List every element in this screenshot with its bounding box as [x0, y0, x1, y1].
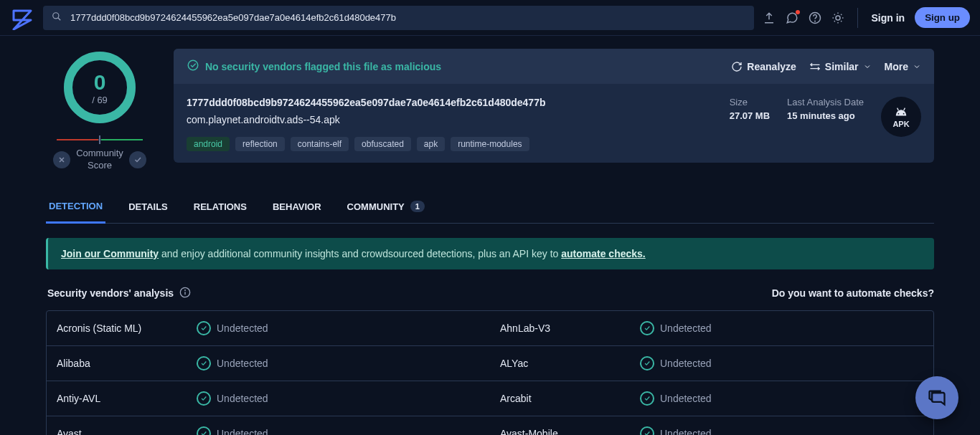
theme-icon[interactable] — [831, 11, 844, 24]
shield-check-icon — [187, 59, 199, 74]
tab-relations[interactable]: RELATIONS — [191, 193, 250, 222]
vendor-name: Antiy-AVL — [57, 393, 197, 404]
svg-point-8 — [898, 113, 900, 115]
community-bar — [57, 139, 143, 140]
vendor-cell: ArcabitUndetected — [490, 381, 933, 416]
vendor-status: Undetected — [660, 358, 923, 369]
tab-community[interactable]: COMMUNITY1 — [344, 192, 428, 222]
panel-header: No security vendors flagged this file as… — [174, 49, 934, 84]
vendor-row: AvastUndetectedAvast-MobileUndetected — [47, 416, 933, 435]
tag[interactable]: obfuscated — [354, 137, 411, 151]
undetected-icon — [640, 426, 654, 435]
vote-up-icon[interactable] — [129, 151, 146, 168]
vendor-cell: Acronis (Static ML)Undetected — [47, 311, 490, 345]
chevron-down-icon — [913, 62, 921, 71]
vendor-status: Undetected — [660, 428, 923, 435]
svg-point-7 — [188, 60, 198, 70]
panel-actions: Reanalyze Similar More — [731, 61, 921, 72]
filetype-badge: APK — [881, 97, 921, 137]
undetected-icon — [640, 356, 654, 371]
vendor-cell: AhnLab-V3Undetected — [490, 311, 933, 345]
vendor-status: Undetected — [217, 322, 480, 334]
search-icon — [52, 11, 62, 24]
nav-icons: Sign in Sign up — [763, 7, 970, 28]
svg-point-9 — [903, 113, 905, 115]
vendor-cell: AvastUndetected — [47, 416, 490, 435]
vendor-name: Acronis (Static ML) — [57, 322, 197, 334]
vote-down-icon[interactable] — [53, 151, 70, 168]
similar-button[interactable]: Similar — [809, 61, 872, 72]
vendor-name: Arcabit — [500, 393, 640, 404]
undetected-icon — [640, 321, 654, 335]
info-icon[interactable] — [179, 287, 191, 300]
join-community-link[interactable]: Join our Community — [61, 248, 159, 259]
section-title: Security vendors' analysis — [47, 287, 174, 299]
tab-detection[interactable]: DETECTION — [46, 192, 105, 224]
vendor-status: Undetected — [217, 428, 480, 435]
tag[interactable]: reflection — [235, 137, 285, 151]
undetected-icon — [197, 426, 211, 435]
tag[interactable]: contains-elf — [291, 137, 349, 151]
search-input[interactable] — [69, 11, 745, 24]
score-value: 0 — [94, 70, 106, 95]
undetected-icon — [197, 356, 211, 371]
upload-icon[interactable] — [763, 11, 776, 24]
community-score-row: Community Score — [53, 148, 146, 172]
vendor-cell: Avast-MobileUndetected — [490, 416, 933, 435]
community-score-label: Community Score — [76, 148, 123, 172]
tag[interactable]: android — [187, 137, 230, 151]
score-ring: 0 / 69 — [61, 49, 138, 126]
file-hash: 1777ddd0f08bcd9b9724624455962ea5e097dae7… — [187, 97, 712, 108]
svg-point-3 — [815, 21, 816, 21]
tag[interactable]: apk — [417, 137, 445, 151]
tabs: DETECTIONDETAILSRELATIONSBEHAVIORCOMMUNI… — [46, 192, 934, 224]
vendor-status: Undetected — [217, 358, 480, 369]
svg-line-11 — [904, 108, 905, 111]
section-header: Security vendors' analysis Do you want t… — [47, 287, 934, 300]
summary-panel: No security vendors flagged this file as… — [174, 49, 934, 163]
svg-line-10 — [897, 108, 899, 111]
meta-size: Size 27.07 MB — [730, 97, 770, 121]
badge-count: 1 — [410, 201, 425, 212]
vendor-table: Acronis (Static ML)UndetectedAhnLab-V3Un… — [46, 310, 934, 435]
vendor-name: Avast-Mobile — [500, 428, 640, 435]
vendor-status: Undetected — [660, 322, 923, 334]
chat-icon — [927, 388, 947, 408]
help-icon[interactable] — [809, 11, 821, 24]
score-total: / 69 — [92, 95, 108, 105]
android-icon — [893, 105, 909, 118]
vendor-row: Acronis (Static ML)UndetectedAhnLab-V3Un… — [47, 311, 933, 345]
chat-fab[interactable] — [915, 376, 958, 419]
logo-icon[interactable] — [10, 6, 34, 30]
svg-line-1 — [58, 18, 61, 21]
tab-details[interactable]: DETAILS — [126, 193, 171, 222]
summary-row: 0 / 69 Community Score — [46, 49, 934, 172]
automate-checks-question[interactable]: Do you want to automate checks? — [772, 287, 934, 299]
join-banner: Join our Community and enjoy additional … — [46, 238, 934, 269]
signup-button[interactable]: Sign up — [915, 7, 970, 28]
vendor-cell: Antiy-AVLUndetected — [47, 381, 490, 416]
vendor-cell: ALYacUndetected — [490, 346, 933, 381]
notifications-icon[interactable] — [786, 11, 798, 24]
search-bar[interactable] — [43, 6, 754, 30]
reanalyze-button[interactable]: Reanalyze — [731, 61, 796, 72]
automate-checks-link[interactable]: automate checks. — [561, 248, 646, 259]
score-column: 0 / 69 Community Score — [46, 49, 154, 172]
divider — [857, 8, 858, 28]
tab-behavior[interactable]: BEHAVIOR — [270, 193, 324, 222]
svg-point-0 — [53, 13, 59, 19]
vendor-cell: AlibabaUndetected — [47, 346, 490, 381]
notification-dot — [796, 10, 800, 14]
vendor-name: Alibaba — [57, 358, 197, 369]
more-button[interactable]: More — [885, 61, 921, 72]
vendor-status: Undetected — [217, 393, 480, 404]
undetected-icon — [197, 391, 211, 406]
flag-message: No security vendors flagged this file as… — [187, 59, 441, 74]
hash-file-block: 1777ddd0f08bcd9b9724624455962ea5e097dae7… — [187, 97, 712, 151]
chevron-down-icon — [863, 62, 872, 71]
undetected-icon — [197, 321, 211, 335]
vendor-status: Undetected — [660, 393, 923, 404]
signin-link[interactable]: Sign in — [871, 12, 905, 24]
vendor-row: Antiy-AVLUndetectedArcabitUndetected — [47, 381, 933, 416]
tag[interactable]: runtime-modules — [451, 137, 529, 151]
